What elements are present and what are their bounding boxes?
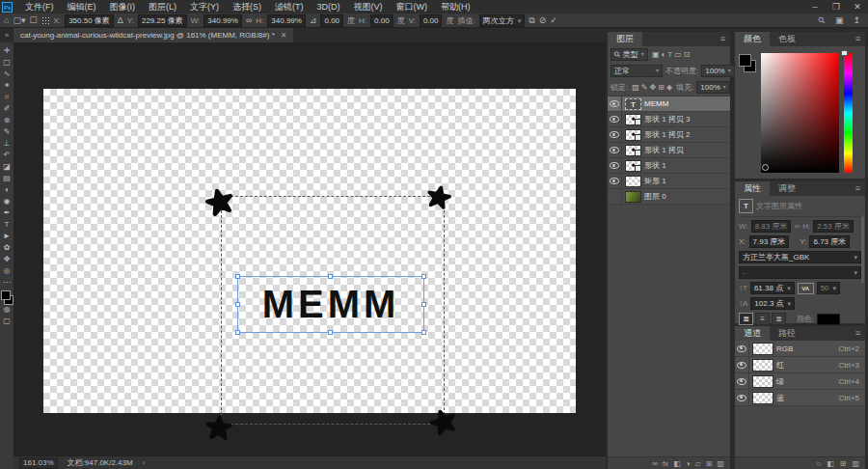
layer-row[interactable]: 形状 1 拷贝: [608, 143, 730, 158]
lock-option-icon[interactable]: ▨: [631, 83, 640, 92]
lock-option-icon[interactable]: ✎: [640, 83, 649, 92]
layer-filter-select[interactable]: ⚲ 类型 ▾: [610, 48, 648, 61]
layer-visibility-toggle[interactable]: [608, 143, 622, 157]
quick-selection-tool[interactable]: ✶: [1, 80, 13, 92]
status-menu-chevron-icon[interactable]: ›: [143, 458, 146, 467]
layer-thumbnail[interactable]: [625, 160, 641, 172]
canvas[interactable]: MEMM: [43, 89, 576, 413]
panel-menu-icon[interactable]: ≡: [855, 181, 865, 196]
channels-panel-tab[interactable]: 路径: [770, 326, 804, 341]
new-channel-icon[interactable]: ⊞: [840, 459, 847, 468]
y-position-field[interactable]: 229.25 像素: [138, 14, 187, 27]
home-icon[interactable]: ⌂: [4, 14, 9, 27]
move-tool[interactable]: ✛: [1, 45, 13, 57]
type-tool[interactable]: T: [1, 219, 13, 231]
lock-option-icon[interactable]: ◈: [665, 83, 673, 92]
pen-tool[interactable]: ✒: [1, 207, 13, 219]
toolbar-collapse-icon[interactable]: »: [0, 28, 14, 42]
panel-menu-icon[interactable]: ≡: [720, 32, 730, 46]
channels-panel-tab[interactable]: 通道: [735, 326, 770, 341]
transform-handle[interactable]: [235, 274, 240, 279]
layer-row[interactable]: 图层 0: [608, 189, 730, 205]
layer-thumbnail[interactable]: [625, 114, 641, 125]
foreground-background-swatches[interactable]: [1, 290, 13, 304]
layer-row[interactable]: 矩形 1: [608, 174, 730, 189]
layer-mask-icon[interactable]: ◧: [673, 459, 681, 468]
warp-mode-icon[interactable]: ⧉: [529, 14, 534, 27]
color-swatches[interactable]: [739, 54, 756, 71]
new-layer-icon[interactable]: ⊞: [706, 459, 713, 468]
picker-cursor[interactable]: [762, 164, 769, 171]
delete-layer-icon[interactable]: ▥: [717, 459, 724, 468]
layer-visibility-toggle[interactable]: [608, 174, 622, 188]
layer-visibility-toggle[interactable]: [608, 127, 622, 142]
document-tab[interactable]: cat-young-animal-curious-wildcat-preview…: [14, 28, 293, 42]
lock-option-icon[interactable]: ⊞: [657, 83, 665, 92]
filter-kind-icon[interactable]: ▣: [651, 50, 661, 59]
quick-mask-icon[interactable]: ◍: [1, 304, 13, 316]
transform-handle[interactable]: [421, 330, 426, 335]
transform-handle[interactable]: [328, 330, 333, 335]
menu-item[interactable]: 3D(D): [311, 2, 347, 12]
transform-handle[interactable]: [421, 274, 426, 279]
layer-row[interactable]: MEMM: [608, 97, 730, 112]
rotate-angle-field[interactable]: 0.00: [320, 14, 343, 27]
channel-row[interactable]: 绿 Ctrl+4: [735, 373, 865, 390]
brush-tool[interactable]: ✎: [1, 126, 13, 138]
layer-visibility-toggle[interactable]: [608, 189, 622, 204]
minimize-button[interactable]: –: [804, 2, 826, 12]
load-selection-icon[interactable]: ○: [816, 459, 821, 468]
fill-field[interactable]: 100% ▾: [696, 81, 729, 94]
font-style-select[interactable]: - ▾: [739, 266, 861, 279]
transform-handle[interactable]: [328, 274, 333, 279]
color-panel-tab[interactable]: 颜色: [735, 32, 770, 46]
opacity-field[interactable]: 100% ▾: [701, 65, 734, 77]
leading-field[interactable]: 102.3 点 ▾: [750, 297, 795, 310]
x-position-field[interactable]: 350.50 像素: [65, 14, 114, 27]
transform-handle[interactable]: [421, 302, 426, 307]
history-brush-tool[interactable]: ↶: [1, 150, 13, 161]
color-panel-tab[interactable]: 色板: [770, 32, 804, 46]
hand-tool[interactable]: ✥: [1, 254, 13, 265]
properties-panel-tab[interactable]: 调整: [770, 181, 804, 196]
eyedropper-tool[interactable]: ✐: [1, 103, 13, 115]
channel-row[interactable]: RGB Ctrl+2: [735, 341, 865, 357]
dodge-tool[interactable]: ◉: [1, 196, 13, 207]
canvas-text[interactable]: MEMM: [238, 277, 423, 332]
channel-visibility-toggle[interactable]: [735, 373, 749, 389]
zoom-level-field[interactable]: 161.03%: [19, 457, 58, 469]
menu-item[interactable]: 图像(I): [103, 1, 143, 14]
h-skew-field[interactable]: 0.00: [370, 14, 393, 27]
commit-transform-icon[interactable]: ✓: [550, 14, 557, 27]
link-dimensions-icon[interactable]: ∞: [794, 222, 800, 231]
channel-row[interactable]: 蓝 Ctrl+5: [735, 390, 865, 406]
delete-channel-icon[interactable]: ▥: [852, 459, 859, 468]
interpolation-select[interactable]: 两次立方▾: [479, 14, 526, 27]
zoom-tool[interactable]: ◎: [1, 265, 13, 277]
text-align-button[interactable]: ≡: [755, 313, 770, 325]
width-field[interactable]: 8.83 厘米: [751, 220, 792, 233]
crop-tool[interactable]: ⌗: [1, 92, 13, 103]
cancel-transform-icon[interactable]: ⊘: [539, 14, 547, 27]
layer-thumbnail[interactable]: [625, 129, 641, 141]
maintain-aspect-link-icon[interactable]: ∞: [246, 14, 252, 27]
relative-position-icon[interactable]: Δ: [118, 14, 123, 27]
panel-menu-icon[interactable]: ≡: [855, 326, 865, 341]
filter-kind-icon[interactable]: ⊡: [683, 50, 692, 59]
width-scale-field[interactable]: 340.99%: [203, 14, 242, 27]
lasso-tool[interactable]: ∿: [1, 69, 13, 80]
menu-item[interactable]: 文字(Y): [183, 1, 226, 14]
save-selection-icon[interactable]: ◧: [827, 459, 834, 468]
y-field[interactable]: 6.73 厘米: [809, 235, 850, 248]
layer-row[interactable]: 形状 1 拷贝 2: [608, 127, 730, 143]
v-skew-field[interactable]: 0.00: [420, 14, 443, 27]
toggle-reference-checkbox[interactable]: ☐: [29, 14, 37, 27]
tool-preset-icon[interactable]: ▢▾: [13, 14, 25, 27]
close-button[interactable]: ✕: [847, 2, 868, 12]
tab-layers[interactable]: 图层: [608, 32, 642, 46]
edit-toolbar-icon[interactable]: ⋯: [1, 277, 13, 289]
layer-effects-icon[interactable]: fx: [663, 459, 668, 468]
workspace-switcher-icon[interactable]: ▣: [835, 14, 844, 27]
panel-menu-icon[interactable]: ≡: [855, 32, 865, 46]
filter-kind-icon[interactable]: T: [666, 50, 673, 59]
